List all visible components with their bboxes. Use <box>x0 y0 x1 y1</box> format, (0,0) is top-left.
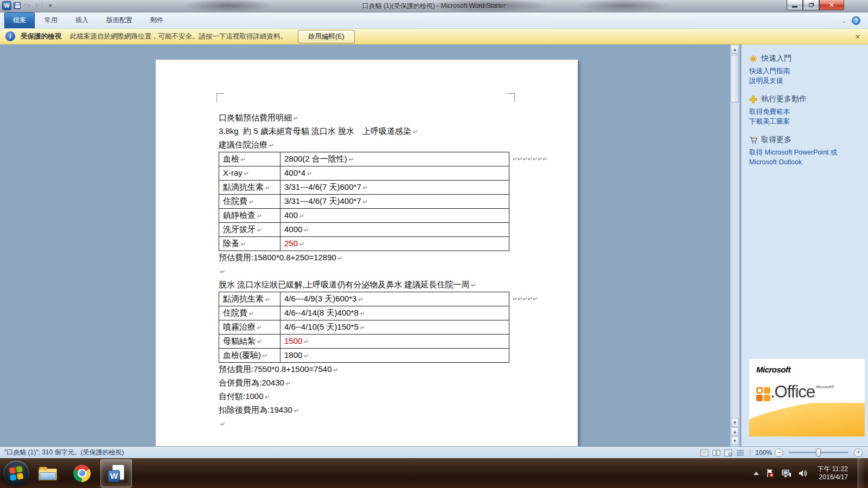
doc-paragraph: 扣除後費用為:19430↵ <box>219 403 522 417</box>
row-end-marks: ↵↵↵↵↵ <box>513 292 538 305</box>
taskbar-item-chrome[interactable] <box>66 459 98 487</box>
item-cell: 點滴抗生素↵ <box>219 181 280 195</box>
screen: { "colors": { "accent_red": "#d80000", "… <box>0 0 868 488</box>
dismiss-bar-icon[interactable]: ✕ <box>855 33 860 41</box>
value-cell: 1800↵ <box>280 349 509 363</box>
sidebar-link[interactable]: 取得免費範本 <box>749 107 856 117</box>
window-title: 口炎貓 (1)(受保護的檢視) - Microsoft Word Starter <box>0 0 868 12</box>
sidebar-link[interactable]: 下載美工圖案 <box>749 117 856 126</box>
print-layout-icon[interactable] <box>700 448 709 457</box>
help-icon[interactable]: ? <box>852 16 860 25</box>
next-page-icon[interactable]: ▼ <box>731 436 739 445</box>
table-row: X-ray↵400*4↵ <box>219 166 509 181</box>
doc-paragraph: 預估費用:7550*0.8+1500=7540↵ <box>219 363 522 376</box>
value-cell: 1500↵ <box>280 335 509 349</box>
section-header-more-actions: 執行更多動作 <box>749 94 868 104</box>
value-cell: 4000↵ <box>280 223 509 237</box>
network-icon[interactable] <box>781 469 792 478</box>
close-button[interactable]: ✕ <box>819 0 844 10</box>
item-cell: 血檢(覆驗)↵ <box>219 349 280 363</box>
table-row: 噴霧治療↵4/6--4/10(5 天)150*5↵ <box>219 320 509 335</box>
enable-editing-button[interactable]: 啟用編輯(E) <box>298 30 355 43</box>
speaker-icon[interactable] <box>798 469 808 478</box>
office-upgrade-ad[interactable]: Microsoft .Office Microsoft® <box>749 359 865 436</box>
scroll-down-icon[interactable]: ▼ <box>731 418 739 427</box>
zoom-slider[interactable] <box>789 452 848 453</box>
web-layout-icon[interactable] <box>724 448 733 457</box>
doc-paragraph: 合併費用為:20430↵ <box>219 376 522 390</box>
sidebar-link[interactable]: 說明及支援 <box>749 76 856 86</box>
zoom-in-button[interactable]: + <box>854 448 863 457</box>
show-desktop-button[interactable] <box>858 458 865 488</box>
taskbar-item-word[interactable]: W <box>100 459 132 487</box>
protected-view-message[interactable]: 此檔案源自於網際網路位置，可能不安全。請按一下這裡取得詳細資料。 <box>70 32 287 41</box>
scrollbar-thumb[interactable] <box>731 55 739 102</box>
document-page[interactable]: 口炎貓預估費用明細↵3.8kg 約 5 歲未絕育母貓 流口水 脫水 上呼吸道感染… <box>156 60 578 446</box>
ribbon-tab-strip: 檔案常用插入版面配置郵件 ⌄ ? <box>0 12 868 29</box>
table-row: 血檢(覆驗)↵1800↵ <box>219 349 509 363</box>
status-separator <box>750 449 750 457</box>
previous-page-icon[interactable]: ▲ <box>731 427 739 436</box>
restore-button[interactable] <box>803 0 819 10</box>
zoom-out-button[interactable]: − <box>775 448 783 457</box>
vertical-scrollbar[interactable]: ▲ ▼ ▲ ▼ <box>730 44 739 446</box>
table-row: 住院費↵3/31---4/6(7 天)400*7↵ <box>219 195 509 209</box>
draft-icon[interactable] <box>736 448 745 457</box>
mid-paragraphs: 脫水 流口水症狀已緩解,上呼吸道仍有分泌物及鼻水 建議延長住院一周↵ <box>219 278 522 292</box>
zoom-slider-thumb[interactable] <box>816 448 821 457</box>
office-ad-wave <box>749 403 865 436</box>
item-cell: 鎮靜檢查↵ <box>219 209 280 223</box>
minimize-button[interactable] <box>787 0 803 10</box>
value-cell: 4/6---4/9(3 天)600*3↵ <box>280 292 509 306</box>
taskbar-clock[interactable]: 下午 11:22 2016/4/17 <box>818 465 848 481</box>
ribbon-tab[interactable]: 檔案 <box>4 12 35 28</box>
table-row: 血檢↵2800(2 合一陰性)↵ <box>219 152 509 166</box>
ribbon-tab[interactable]: 常用 <box>36 13 66 28</box>
sidebar-link[interactable]: 取得 Microsoft PowerPoint 或 Microsoft Outl… <box>749 147 856 167</box>
info-shield-icon: i <box>5 31 15 41</box>
taskbar-item-explorer[interactable] <box>32 459 63 487</box>
table-row: 洗牙拔牙↵4000↵ <box>219 223 509 237</box>
table-row: 住院費↵4/6--4/14(8 天)400*8↵ <box>219 306 509 320</box>
item-cell: 住院費↵ <box>219 306 280 320</box>
word-icon: W <box>108 465 124 482</box>
cart-icon <box>749 136 757 144</box>
scroll-up-icon[interactable]: ▲ <box>731 45 739 54</box>
document-content: 口炎貓預估費用明細↵3.8kg 約 5 歲未絕育母貓 流口水 脫水 上呼吸道感染… <box>219 111 522 431</box>
value-cell: 3/31---4/6(7 天)600*7↵ <box>280 181 509 195</box>
section-title: 執行更多動作 <box>761 94 807 104</box>
office-logo-icon <box>756 387 770 401</box>
after-table2-paragraphs: 預估費用:7550*0.8+1500=7540↵合併費用為:20430↵自付額:… <box>219 363 522 431</box>
action-center-flag-icon[interactable] <box>765 468 775 478</box>
clock-time: 下午 11:22 <box>818 465 848 473</box>
fullscreen-reading-icon[interactable] <box>712 448 721 457</box>
ribbon-tab[interactable]: 版面配置 <box>98 13 141 28</box>
sidebar-link[interactable]: 快速入門指南 <box>749 66 856 76</box>
ribbon-tab[interactable]: 郵件 <box>142 13 171 28</box>
value-cell: 2800(2 合一陰性)↵ <box>280 152 509 166</box>
hidden-icons-arrow[interactable] <box>754 472 759 475</box>
section-header-get-more: 取得更多 <box>749 135 868 145</box>
start-button[interactable] <box>3 460 29 486</box>
windows-flag-icon <box>9 465 23 480</box>
office-wordmark: .Office <box>770 383 815 401</box>
microsoft-logo: Microsoft <box>756 365 865 374</box>
value-cell: 3/31---4/6(7 天)400*7↵ <box>280 195 509 209</box>
ribbon-tab[interactable]: 插入 <box>67 13 97 28</box>
value-cell: 400↵ <box>280 209 509 223</box>
status-text[interactable]: "口炎貓 (1)": 310 個字元。(受保護的檢視) <box>0 448 124 457</box>
cost-table-1: 血檢↵2800(2 合一陰性)↵X-ray↵400*4↵點滴抗生素↵3/31--… <box>219 152 522 251</box>
system-tray: 下午 11:22 2016/4/17 <box>754 458 868 488</box>
item-cell: X-ray↵ <box>219 166 280 181</box>
table-row: 點滴抗生素↵3/31---4/6(7 天)600*7↵ <box>219 181 509 195</box>
value-cell: 400*4↵ <box>280 166 509 181</box>
zoom-level-label[interactable]: 100% <box>755 449 772 457</box>
title-bar: W ↶▾ ↻ ▾ 口炎貓 (1)(受保護的檢視) - Microsoft Wor… <box>0 0 868 12</box>
section-title: 快速入門 <box>761 54 792 63</box>
minimize-ribbon-icon[interactable]: ⌄ <box>842 18 846 24</box>
table-row: 母貓結紮↵1500↵ <box>219 335 509 349</box>
doc-paragraph: ↵ <box>219 265 522 278</box>
text-boundary-mark <box>507 93 515 102</box>
protected-view-title: 受保護的檢視 <box>21 32 61 41</box>
doc-paragraph: 口炎貓預估費用明細↵ <box>219 111 522 125</box>
